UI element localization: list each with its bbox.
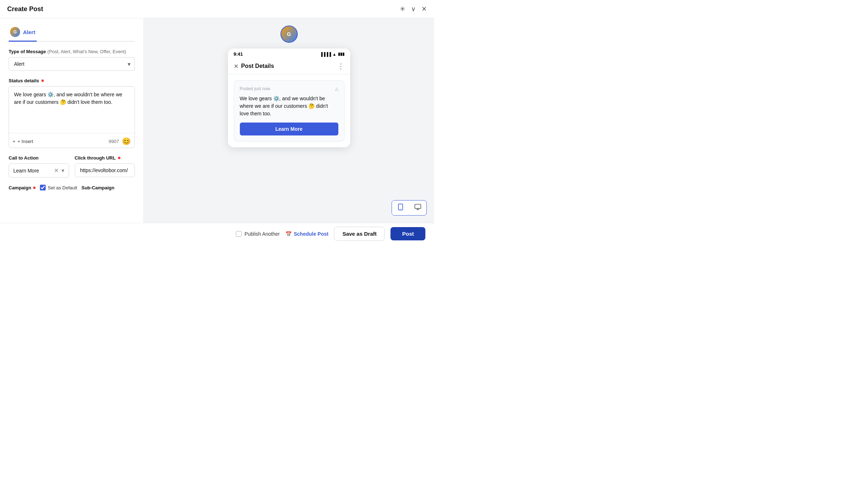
battery-icon: ▮▮▮ xyxy=(338,52,344,56)
phone-time: 9:41 xyxy=(234,51,243,57)
status-textarea-wrapper: We love gears ⚙️, and we wouldn't be whe… xyxy=(9,86,135,148)
signal-icon: ▐▐▐▐ xyxy=(320,52,331,56)
chevron-down-icon[interactable]: ∨ xyxy=(411,5,416,13)
char-count-area: 9907 😊 xyxy=(109,137,131,146)
publish-another-label: Publish Another xyxy=(245,231,280,237)
phone-header-left: ✕ Post Details xyxy=(234,63,274,70)
phone-header: ✕ Post Details ⋮ xyxy=(228,59,350,74)
close-icon[interactable]: ✕ xyxy=(421,5,427,13)
header-actions: ✳ ∨ ✕ xyxy=(400,5,427,13)
tab-avatar: G xyxy=(10,27,20,37)
post-time-row: Posted just now △ xyxy=(240,86,338,91)
campaign-label: Campaign xyxy=(9,185,36,190)
wifi-icon: ▲ xyxy=(333,52,337,56)
learn-more-button[interactable]: Learn More xyxy=(240,123,338,135)
plus-icon: + xyxy=(13,139,15,144)
save-as-draft-button[interactable]: Save as Draft xyxy=(334,227,385,241)
char-count: 9907 xyxy=(109,139,119,144)
tab-alert[interactable]: G Alert xyxy=(9,24,37,42)
phone-status-bar: 9:41 ▐▐▐▐ ▲ ▮▮▮ xyxy=(228,49,350,59)
calendar-icon: 📅 xyxy=(285,231,292,237)
footer: Publish Another 📅 Schedule Post Save as … xyxy=(0,223,434,244)
insert-button[interactable]: + + Insert xyxy=(13,139,33,144)
publish-another-wrapper: Publish Another xyxy=(236,231,280,237)
campaign-row: Campaign Set as Default Sub-Campaign xyxy=(9,185,135,190)
emoji-icon[interactable]: 😊 xyxy=(122,137,131,146)
post-time-label: Posted just now xyxy=(240,86,270,91)
phone-close-icon[interactable]: ✕ xyxy=(234,63,238,70)
campaign-required-dot xyxy=(33,186,36,189)
post-card: Posted just now △ We love gears ⚙️, and … xyxy=(234,80,344,142)
message-type-select[interactable]: Alert Post What's New Offer Event xyxy=(9,57,135,71)
tab-label: Alert xyxy=(23,29,35,35)
post-button[interactable]: Post xyxy=(390,227,425,240)
phone-mockup: 9:41 ▐▐▐▐ ▲ ▮▮▮ ✕ Post Details ⋮ Posted … xyxy=(228,49,350,147)
message-type-sublabel: (Post, Alert, What's New, Offer, Event) xyxy=(47,49,126,54)
cta-clear-icon[interactable]: ✕ xyxy=(54,167,59,174)
cta-col: Call to Action Learn More ✕ ▾ xyxy=(9,155,69,178)
main-layout: G Alert Type of Message (Post, Alert, Wh… xyxy=(0,18,434,223)
preview-avatar: G xyxy=(280,26,298,43)
status-required-dot xyxy=(41,79,44,82)
url-input[interactable] xyxy=(75,163,135,177)
status-section: Status details We love gears ⚙️, and we … xyxy=(9,78,135,148)
cta-select[interactable]: Learn More ✕ ▾ xyxy=(9,163,69,178)
mobile-icon xyxy=(397,203,404,211)
phone-header-title: Post Details xyxy=(241,63,274,69)
message-type-dropdown-wrapper: Alert Post What's New Offer Event ▾ xyxy=(9,57,135,71)
status-icons: ▐▐▐▐ ▲ ▮▮▮ xyxy=(320,52,344,56)
cta-value: Learn More xyxy=(13,168,54,174)
cta-url-row: Call to Action Learn More ✕ ▾ Click thro… xyxy=(9,155,135,178)
cta-actions: ✕ ▾ xyxy=(54,167,64,174)
set-as-default-wrapper[interactable]: Set as Default xyxy=(40,185,77,190)
status-label: Status details xyxy=(9,78,135,83)
desktop-view-button[interactable] xyxy=(409,201,426,215)
url-required-dot xyxy=(118,157,120,159)
page-title: Create Post xyxy=(7,5,43,13)
cta-chevron-icon[interactable]: ▾ xyxy=(61,167,64,174)
left-panel: G Alert Type of Message (Post, Alert, Wh… xyxy=(0,18,144,223)
message-type-section: Type of Message (Post, Alert, What's New… xyxy=(9,49,135,71)
set-as-default-label: Set as Default xyxy=(48,185,77,190)
view-toggle xyxy=(392,200,427,216)
tab-bar: G Alert xyxy=(9,24,135,42)
phone-content: Posted just now △ We love gears ⚙️, and … xyxy=(228,74,350,147)
sub-campaign-label: Sub-Campaign xyxy=(82,185,115,190)
cta-label: Call to Action xyxy=(9,155,69,161)
header: Create Post ✳ ∨ ✕ xyxy=(0,0,434,18)
textarea-footer: + + Insert 9907 😊 xyxy=(9,135,134,148)
set-as-default-checkbox[interactable] xyxy=(40,185,46,190)
desktop-icon xyxy=(414,203,421,211)
publish-another-checkbox[interactable] xyxy=(236,231,242,237)
right-panel: G 9:41 ▐▐▐▐ ▲ ▮▮▮ ✕ Post Details ⋮ xyxy=(144,18,434,223)
phone-more-icon[interactable]: ⋮ xyxy=(337,62,344,70)
schedule-post-button[interactable]: 📅 Schedule Post xyxy=(285,231,328,237)
url-col: Click through URL xyxy=(75,155,135,178)
post-body: We love gears ⚙️, and we wouldn't be whe… xyxy=(240,95,338,118)
svg-rect-2 xyxy=(415,204,421,209)
status-textarea[interactable]: We love gears ⚙️, and we wouldn't be whe… xyxy=(9,87,134,133)
alert-triangle-icon: △ xyxy=(335,86,338,91)
url-label: Click through URL xyxy=(75,155,135,161)
message-type-label: Type of Message (Post, Alert, What's New… xyxy=(9,49,135,54)
mobile-view-button[interactable] xyxy=(392,201,409,215)
pin-icon[interactable]: ✳ xyxy=(400,5,405,13)
